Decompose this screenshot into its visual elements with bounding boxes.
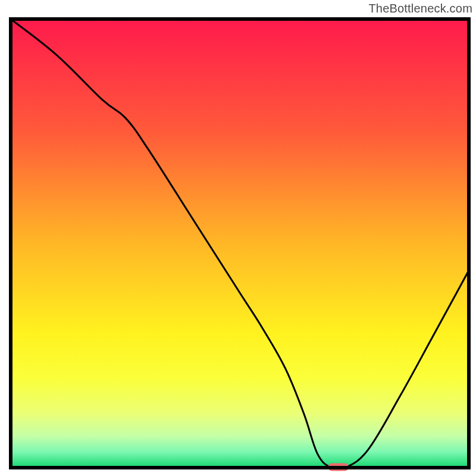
bottleneck-chart	[0, 17, 476, 476]
gradient-bg	[11, 19, 469, 468]
watermark-text: TheBottleneck.com	[368, 2, 472, 15]
plot-area	[11, 19, 469, 471]
header-bar: TheBottleneck.com	[0, 0, 476, 17]
